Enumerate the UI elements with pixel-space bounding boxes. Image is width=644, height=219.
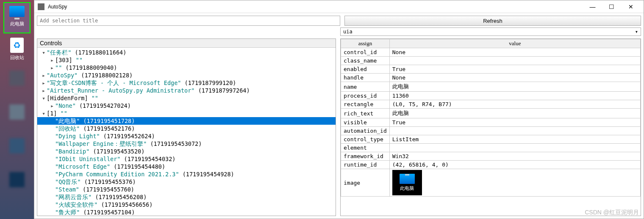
desktop-icon-recycle-bin[interactable]: 回收站 (4, 37, 30, 66)
prop-value (389, 144, 640, 152)
prop-value: Win32 (389, 152, 640, 161)
tree-node[interactable]: "网易云音乐" (1719195456208) (37, 193, 336, 201)
tree-node[interactable]: "PyCharm Community Edition 2021.2.3" (17… (37, 170, 336, 178)
monitor-icon (400, 174, 415, 184)
app-icon (38, 3, 44, 10)
refresh-button[interactable]: Refresh (344, 16, 641, 26)
prop-value: True (389, 65, 640, 74)
close-button[interactable]: ✕ (621, 1, 640, 13)
prop-value: ListItem (389, 135, 640, 144)
table-row[interactable]: runtime_id(42, 65816, 4, 0) (341, 161, 641, 169)
table-row[interactable]: automation_id (341, 127, 641, 135)
desktop-icon-blur-3[interactable] (4, 138, 30, 168)
backend-select[interactable]: uia ▾ (340, 27, 641, 36)
prop-key: element (341, 144, 390, 152)
maximize-button[interactable]: ☐ (602, 1, 621, 13)
desktop-icon-blur-2[interactable] (4, 104, 30, 134)
desktop-icon-label: 此电脑 (4, 21, 30, 27)
prop-key: runtime_id (341, 161, 390, 169)
table-row[interactable]: process_id11360 (341, 92, 641, 100)
desktop-icon-blur-1[interactable] (4, 71, 30, 100)
backend-value: uia (343, 29, 353, 35)
prop-value: None (389, 74, 640, 82)
table-row-image[interactable]: image此电脑 (341, 169, 641, 197)
chevron-down-icon: ▾ (635, 29, 638, 35)
monitor-icon (8, 3, 25, 20)
col-assign[interactable]: assign (341, 39, 390, 48)
prop-value: 11360 (389, 92, 640, 100)
desktop-area: 此电脑 回收站 (0, 0, 34, 219)
tree-node[interactable]: "Bandizip" (1719195453520) (37, 148, 336, 155)
tree-node[interactable]: "Dying Light" (1719195452624) (37, 132, 336, 140)
controls-header: Controls (37, 39, 336, 48)
table-row[interactable]: framework_idWin32 (341, 152, 641, 161)
tree-node[interactable]: ▸[303] "" (37, 56, 336, 64)
tree-node[interactable]: ▸"AutoSpy" (1719188002128) (37, 71, 336, 79)
prop-value (389, 127, 640, 135)
app-window: AutoSpy — ☐ ✕ Refresh uia ▾ Controls ▾"任… (34, 0, 644, 219)
prop-key: name (341, 82, 390, 92)
generic-icon (9, 172, 25, 187)
tree-node[interactable]: "IObit Uninstaller" (1719195454032) (37, 155, 336, 163)
table-row[interactable]: name此电脑 (341, 82, 641, 92)
prop-value: True (389, 118, 640, 127)
controls-tree[interactable]: ▾"任务栏" (1719188011664)▸[303] ""▸"" (1719… (37, 48, 336, 216)
window-title: AutoSpy (48, 4, 583, 10)
table-row[interactable]: rectangle(L0, T5, R74, B77) (341, 100, 641, 109)
prop-key: enabled (341, 65, 390, 74)
prop-key: class_name (341, 57, 390, 65)
tree-node[interactable]: ▾[1] "" (37, 110, 336, 117)
preview-thumbnail: 此电脑 (392, 170, 422, 195)
minimize-button[interactable]: — (583, 1, 602, 13)
prop-key: rich_text (341, 109, 390, 118)
tree-node[interactable]: ▸"写文章-CSDN博客 - 个人 - Microsoft Edge" (171… (37, 79, 336, 87)
thumbnail-label: 此电脑 (400, 185, 414, 192)
table-row[interactable]: element (341, 144, 641, 152)
tree-node[interactable]: ▸"" (1719188009040) (37, 64, 336, 71)
prop-value: None (389, 48, 640, 57)
prop-key: automation_id (341, 127, 390, 135)
generic-icon (9, 71, 25, 86)
table-row[interactable]: rich_text此电脑 (341, 109, 641, 118)
generic-icon (9, 138, 25, 153)
prop-value: 此电脑 (389, 82, 640, 92)
properties-pane: assign value control_idNoneclass_nameena… (340, 38, 641, 216)
table-row[interactable]: visibleTrue (341, 118, 641, 127)
tree-node[interactable]: "Steam" (1719195455760) (37, 186, 336, 193)
table-row[interactable]: handleNone (341, 74, 641, 82)
tree-node[interactable]: "QQ音乐" (1719195455376) (37, 178, 336, 186)
generic-icon (9, 104, 25, 120)
table-row[interactable]: class_name (341, 57, 641, 65)
prop-key: visible (341, 118, 390, 127)
prop-key: control_id (341, 48, 390, 57)
prop-image: 此电脑 (389, 169, 640, 197)
prop-value: (42, 65816, 4, 0) (389, 161, 640, 169)
tree-node[interactable]: "火绒安全软件" (1719195456656) (37, 201, 336, 208)
desktop-icon-label: 回收站 (4, 55, 30, 61)
tree-node[interactable]: "Microsoft Edge" (1719195454480) (37, 163, 336, 170)
prop-value: 此电脑 (389, 109, 640, 118)
controls-tree-pane: Controls ▾"任务栏" (1719188011664)▸[303] ""… (37, 38, 336, 216)
tree-node[interactable]: ▸"Airtest_Runner - AutoSpy.py Administra… (37, 87, 336, 94)
col-value[interactable]: value (389, 39, 640, 48)
prop-value (389, 57, 640, 65)
tree-node[interactable]: "回收站" (1719195452176) (37, 125, 336, 132)
prop-key: rectangle (341, 100, 390, 109)
tree-node[interactable]: "Wallpaper Engine：壁纸引擎" (1719195453072) (37, 140, 336, 148)
prop-value: (L0, T5, R74, B77) (389, 100, 640, 109)
tree-node[interactable]: ▾[HiddenForm] "" (37, 94, 336, 102)
tree-node[interactable]: ▸"None" (1719195427024) (37, 102, 336, 110)
table-row[interactable]: enabledTrue (341, 65, 641, 74)
desktop-icon-blur-4[interactable] (4, 172, 30, 202)
tree-node[interactable]: "此电脑" (1719195451728) (37, 117, 336, 125)
titlebar[interactable]: AutoSpy — ☐ ✕ (34, 0, 644, 13)
table-row[interactable]: control_typeListItem (341, 135, 641, 144)
table-row[interactable]: control_idNone (341, 48, 641, 57)
prop-key: image (341, 169, 390, 197)
tree-node[interactable]: "鲁大师" (1719195457104) (37, 208, 336, 216)
tree-node[interactable]: ▾"任务栏" (1719188011664) (37, 49, 336, 56)
selection-title-input[interactable] (37, 16, 340, 26)
properties-table: assign value control_idNoneclass_nameena… (341, 39, 641, 197)
prop-key: process_id (341, 92, 390, 100)
desktop-icon-this-pc[interactable]: 此电脑 (4, 3, 30, 33)
